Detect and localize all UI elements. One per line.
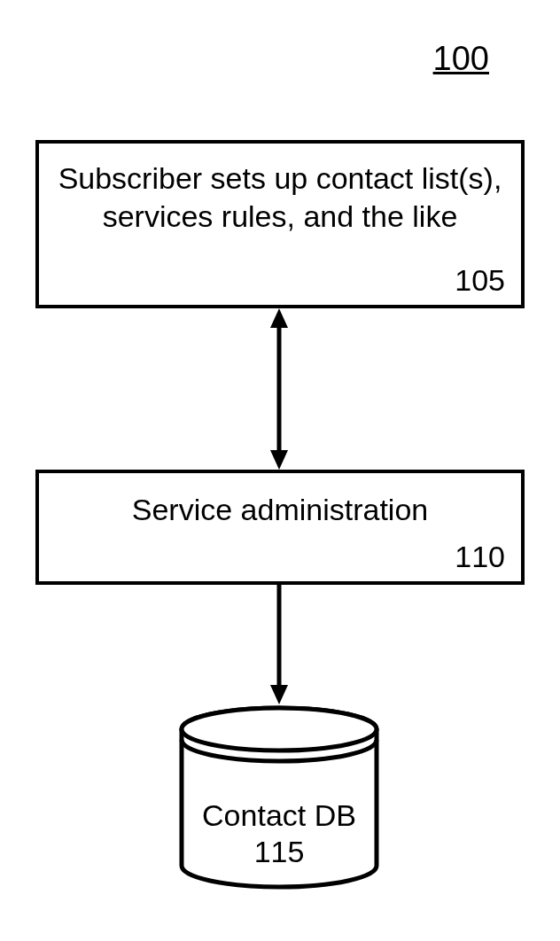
svg-marker-2 [270,450,288,470]
step-text: Service administration [57,493,503,527]
svg-marker-1 [270,308,288,328]
figure-number: 100 [433,40,489,78]
svg-point-6 [182,708,377,750]
database-label: Contact DB 115 [177,797,381,870]
step-ref-number: 110 [455,540,505,574]
database-name: Contact DB [177,797,381,834]
database-ref-number: 115 [177,834,381,870]
step-box-service-admin: Service administration 110 [35,470,525,585]
down-arrow-icon [270,585,288,704]
svg-marker-4 [270,685,288,704]
bidirectional-arrow-icon [270,308,288,470]
step-text: Subscriber sets up contact list(s), serv… [57,159,503,235]
step-box-subscriber-setup: Subscriber sets up contact list(s), serv… [35,140,525,308]
step-ref-number: 105 [455,263,505,298]
